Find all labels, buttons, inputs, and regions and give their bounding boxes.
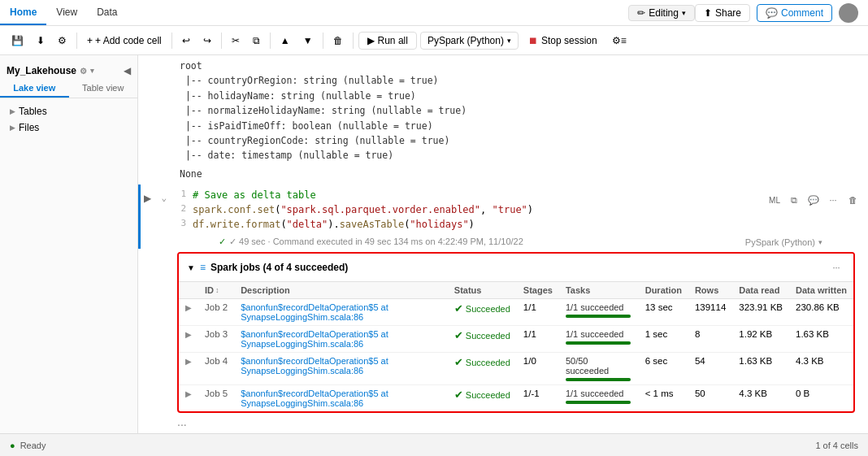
pencil-icon: ✏ [637, 7, 645, 19]
col-header-description[interactable]: Description [234, 282, 448, 299]
col-header-expand [179, 282, 198, 299]
spark-job-row-1: ▶ Job 3 $anonfun$recordDeltaOperation$5 … [179, 326, 853, 353]
col-header-rows[interactable]: Rows [688, 282, 732, 299]
settings-button[interactable]: ⚙ [53, 33, 72, 49]
lakehouse-chevron-icon[interactable]: ▾ [90, 67, 94, 75]
col-header-id[interactable]: ID ↕ [198, 282, 234, 299]
move-down-button[interactable]: ▼ [298, 33, 318, 49]
job-data-read-3: 4.3 KB [732, 385, 789, 412]
toolbar-separator-3 [221, 33, 222, 49]
job-expand-3[interactable]: ▶ [179, 385, 198, 412]
run-cell-button-5[interactable]: ▶ [141, 188, 154, 204]
insert-below-button[interactable]: ⬇ [32, 33, 50, 49]
toolbar-separator-2 [171, 33, 172, 49]
job-rows-3: 50 [688, 385, 732, 412]
sidebar-collapse-button[interactable]: ◀ [124, 65, 131, 76]
lakehouse-settings-icon[interactable]: ⚙ [80, 67, 87, 76]
job-data-written-0: 230.86 KB [789, 299, 853, 326]
cut-button[interactable]: ✂ [227, 33, 245, 49]
tables-chevron-icon: ▶ [10, 107, 15, 115]
avatar[interactable] [839, 3, 858, 23]
add-cell-area: + + Code + + Markdown [138, 432, 868, 433]
files-chevron-icon: ▶ [10, 124, 15, 132]
job-stages-0: 1/1 [517, 299, 559, 326]
spark-jobs-header: ▼ ≡ Spark jobs (4 of 4 succeeded) ··· [179, 254, 853, 282]
job-desc-3[interactable]: $anonfun$recordDeltaOperation$5 at Synap… [234, 385, 448, 412]
sidebar-item-tables[interactable]: ▶ Tables [7, 103, 131, 119]
nav-right: ⬆ Share 💬 Comment [695, 3, 868, 23]
add-code-cell-button[interactable]: + + Add code cell [82, 33, 167, 49]
share-icon: ⬆ [704, 7, 712, 19]
job-id-0: Job 2 [198, 299, 234, 326]
col-header-status[interactable]: Status [448, 282, 517, 299]
kernel-chevron-5[interactable]: ▾ [818, 238, 822, 246]
more-indicator: ··· [138, 416, 868, 432]
sidebar-item-files[interactable]: ▶ Files [7, 119, 131, 136]
job-expand-1[interactable]: ▶ [179, 326, 198, 353]
nav-tab-data[interactable]: Data [87, 0, 127, 25]
col-header-duration[interactable]: Duration [639, 282, 688, 299]
success-icon-5: ✓ [219, 237, 226, 247]
job-desc-2[interactable]: $anonfun$recordDeltaOperation$5 at Synap… [234, 353, 448, 385]
notebook-settings-button[interactable]: ⚙≡ [607, 33, 631, 49]
col-header-data-written[interactable]: Data written [789, 282, 853, 299]
code-line-2: 2 spark.conf.set("spark.sql.parquet.vord… [173, 202, 766, 217]
save-button[interactable]: 💾 [7, 33, 28, 49]
kernel-chevron-icon: ▾ [507, 37, 511, 45]
job-status-2: ✔ Succeeded [448, 353, 517, 385]
job-data-read-2: 1.63 KB [732, 353, 789, 385]
nav-tab-view[interactable]: View [46, 0, 87, 25]
sidebar-section: ▶ Tables ▶ Files [0, 102, 137, 137]
job-id-3: Job 5 [198, 385, 234, 412]
job-status-3: ✔ Succeeded [448, 385, 517, 412]
run-all-button[interactable]: ▶ Run all [358, 32, 417, 50]
share-button[interactable]: ⬆ Share [695, 4, 750, 22]
stop-session-button[interactable]: ⏹ Stop session [522, 33, 604, 49]
job-data-read-0: 323.91 KB [732, 299, 789, 326]
copy-button[interactable]: ⧉ [248, 33, 265, 49]
comment-button[interactable]: 💬 Comment [757, 4, 832, 22]
job-data-read-1: 1.92 KB [732, 326, 789, 353]
spark-more-button[interactable]: ··· [827, 258, 845, 276]
cell-comment-button-5[interactable]: 💬 [805, 191, 822, 209]
cell-delete-button-5[interactable]: 🗑 [844, 191, 861, 209]
tab-table-view[interactable]: Table view [69, 80, 138, 98]
sidebar-tabs: Lake view Table view [0, 80, 137, 98]
toolbar-separator-5 [323, 33, 323, 49]
code-cell-5: ▶ ⌄ 1 # Save as delta table 2 spark.conf… [138, 185, 868, 249]
ready-dot: ● [10, 441, 15, 450]
col-header-tasks[interactable]: Tasks [559, 282, 639, 299]
main-layout: My_Lakehouse ⚙ ▾ ◀ Lake view Table view … [0, 55, 868, 433]
redo-button[interactable]: ↪ [198, 33, 216, 49]
job-expand-2[interactable]: ▶ [179, 353, 198, 385]
col-header-stages[interactable]: Stages [517, 282, 559, 299]
job-id-2: Job 4 [198, 353, 234, 385]
stop-icon: ⏹ [528, 35, 538, 46]
job-stages-3: 1/-1 [517, 385, 559, 412]
kernel-selector[interactable]: PySpark (Python) ▾ [420, 32, 519, 50]
job-desc-0[interactable]: $anonfun$recordDeltaOperation$5 at Synap… [234, 299, 448, 326]
undo-button[interactable]: ↩ [177, 33, 195, 49]
job-duration-0: 13 sec [639, 299, 688, 326]
job-data-written-3: 0 B [789, 385, 853, 412]
job-rows-1: 8 [688, 326, 732, 353]
move-up-button[interactable]: ▲ [276, 33, 295, 49]
editing-badge[interactable]: ✏ Editing ▾ [628, 5, 695, 21]
spark-jobs-panel: ▼ ≡ Spark jobs (4 of 4 succeeded) ··· ID… [177, 252, 855, 413]
job-data-written-2: 4.3 KB [789, 353, 853, 385]
code-line-1: 1 # Save as delta table [173, 188, 766, 202]
tab-lake-view[interactable]: Lake view [0, 80, 69, 98]
cell-copy-button-5[interactable]: ⧉ [785, 191, 803, 209]
job-expand-0[interactable]: ▶ [179, 299, 198, 326]
nav-tab-home[interactable]: Home [0, 0, 46, 25]
cell-more-button-5[interactable]: ··· [824, 191, 842, 209]
cell-expand-chevron-5[interactable]: ⌄ [154, 188, 167, 203]
spark-expand-chevron[interactable]: ▼ [187, 263, 195, 272]
job-desc-1[interactable]: $anonfun$recordDeltaOperation$5 at Synap… [234, 326, 448, 353]
col-header-data-read[interactable]: Data read [732, 282, 789, 299]
code-editor-5[interactable]: 1 # Save as delta table 2 spark.conf.set… [173, 188, 766, 232]
cell-ai-button-5[interactable]: ML [766, 191, 783, 209]
spark-job-row-0: ▶ Job 2 $anonfun$recordDeltaOperation$5 … [179, 299, 853, 326]
schema-text: root |-- countryOrRegion: string (nullab… [180, 59, 855, 181]
delete-button[interactable]: 🗑 [328, 33, 348, 49]
